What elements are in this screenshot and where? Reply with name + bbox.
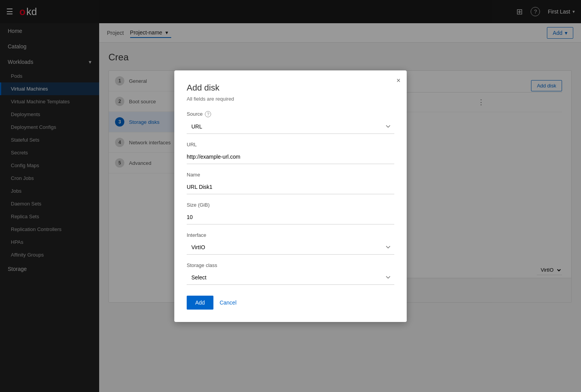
storage-class-label: Storage class bbox=[187, 262, 394, 268]
modal-cancel-button[interactable]: Cancel bbox=[220, 300, 237, 306]
source-select[interactable]: URL PVC Container disk (ephemeral) Blank bbox=[187, 120, 394, 134]
modal-overlay: Add disk All fields are required × Sourc… bbox=[0, 0, 581, 392]
name-input[interactable] bbox=[187, 180, 394, 194]
name-label: Name bbox=[187, 172, 394, 178]
url-input[interactable] bbox=[187, 150, 394, 164]
size-input[interactable] bbox=[187, 210, 394, 224]
interface-label: Interface bbox=[187, 232, 394, 238]
source-help-icon[interactable]: ? bbox=[205, 111, 211, 117]
interface-select-modal[interactable]: VirtIO SATA SCSI bbox=[187, 240, 394, 255]
source-label: Source ? bbox=[187, 111, 394, 117]
size-form-group: Size (GiB) bbox=[187, 202, 394, 224]
modal-add-button[interactable]: Add bbox=[187, 296, 213, 310]
modal-subtitle: All fields are required bbox=[187, 96, 394, 102]
size-label: Size (GiB) bbox=[187, 202, 394, 208]
source-form-group: Source ? URL PVC Container disk (ephemer… bbox=[187, 111, 394, 134]
storage-class-form-group: Storage class Select Default Standard Pr… bbox=[187, 262, 394, 285]
modal-title: Add disk bbox=[187, 83, 394, 93]
add-disk-modal: Add disk All fields are required × Sourc… bbox=[174, 70, 407, 322]
modal-actions: Add Cancel bbox=[187, 296, 394, 310]
interface-form-group: Interface VirtIO SATA SCSI bbox=[187, 232, 394, 255]
modal-close-button[interactable]: × bbox=[396, 77, 401, 85]
url-form-group: URL bbox=[187, 142, 394, 164]
storage-class-select[interactable]: Select Default Standard Premium bbox=[187, 270, 394, 285]
url-label: URL bbox=[187, 142, 394, 147]
name-form-group: Name bbox=[187, 172, 394, 194]
